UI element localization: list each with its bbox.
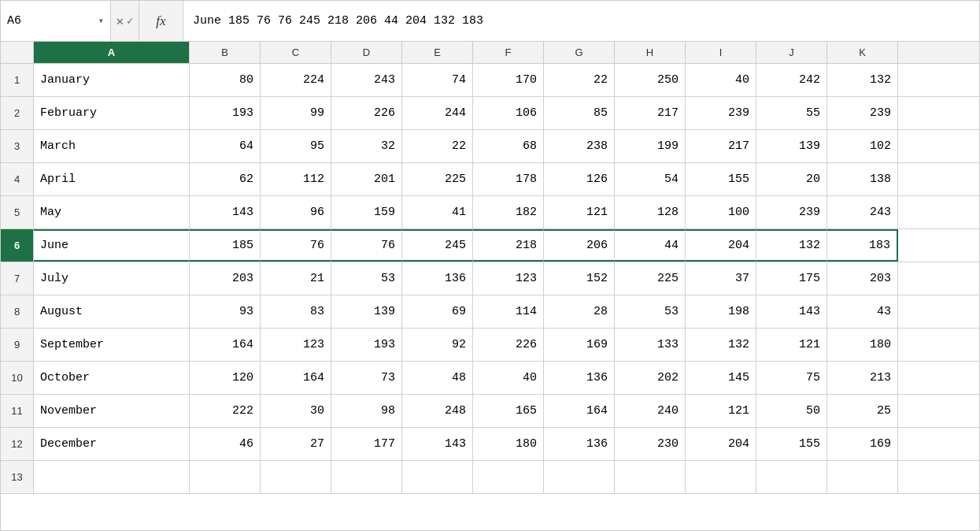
value-cell[interactable]: 76 — [261, 229, 331, 262]
value-cell[interactable]: 217 — [615, 97, 686, 129]
month-cell[interactable]: August — [34, 295, 190, 328]
cell-reference-box[interactable]: A6 ▾ — [1, 1, 111, 41]
value-cell[interactable]: 53 — [615, 295, 686, 328]
value-cell[interactable]: 139 — [331, 295, 402, 328]
value-cell[interactable]: 22 — [544, 64, 615, 96]
value-cell[interactable]: 180 — [473, 428, 544, 460]
value-cell[interactable]: 250 — [615, 64, 686, 96]
col-header-g[interactable]: G — [544, 42, 615, 63]
value-cell[interactable]: 226 — [473, 329, 544, 361]
value-cell[interactable]: 143 — [756, 295, 827, 328]
value-cell[interactable]: 201 — [331, 163, 402, 195]
value-cell[interactable]: 32 — [331, 130, 402, 162]
value-cell[interactable]: 99 — [261, 97, 331, 129]
value-cell[interactable]: 62 — [190, 163, 261, 195]
value-cell[interactable] — [756, 461, 827, 493]
table-row[interactable]: 5May1439615941182121128100239243 — [1, 196, 979, 229]
value-cell[interactable]: 83 — [261, 295, 331, 328]
value-cell[interactable]: 30 — [261, 395, 331, 427]
value-cell[interactable]: 133 — [615, 329, 686, 361]
value-cell[interactable]: 177 — [331, 428, 402, 460]
value-cell[interactable]: 21 — [261, 262, 331, 295]
value-cell[interactable]: 102 — [827, 130, 898, 162]
value-cell[interactable]: 159 — [331, 196, 402, 228]
value-cell[interactable]: 242 — [756, 64, 827, 96]
value-cell[interactable]: 204 — [686, 428, 756, 460]
col-header-k[interactable]: K — [827, 42, 898, 63]
value-cell[interactable]: 73 — [331, 362, 402, 394]
formula-content[interactable]: June 185 76 76 245 218 206 44 204 132 18… — [183, 1, 979, 41]
col-header-c[interactable]: C — [261, 42, 331, 63]
value-cell[interactable]: 226 — [331, 97, 402, 129]
value-cell[interactable]: 224 — [261, 64, 331, 96]
value-cell[interactable]: 93 — [190, 295, 261, 328]
table-row[interactable]: 7July203215313612315222537175203 — [1, 262, 979, 295]
value-cell[interactable]: 152 — [544, 262, 615, 295]
table-row[interactable]: 1January80224243741702225040242132 — [1, 64, 979, 97]
month-cell[interactable]: November — [34, 395, 190, 427]
col-header-a[interactable]: A — [34, 42, 190, 63]
value-cell[interactable]: 169 — [544, 329, 615, 361]
value-cell[interactable]: 239 — [686, 97, 756, 129]
value-cell[interactable]: 25 — [827, 395, 898, 427]
value-cell[interactable]: 193 — [331, 329, 402, 361]
value-cell[interactable]: 112 — [261, 163, 331, 195]
value-cell[interactable]: 138 — [827, 163, 898, 195]
value-cell[interactable]: 43 — [827, 295, 898, 328]
value-cell[interactable]: 95 — [261, 130, 331, 162]
month-cell[interactable]: September — [34, 329, 190, 361]
value-cell[interactable]: 136 — [544, 362, 615, 394]
value-cell[interactable]: 132 — [827, 64, 898, 96]
value-cell[interactable]: 53 — [331, 262, 402, 295]
value-cell[interactable]: 139 — [756, 130, 827, 162]
month-cell[interactable]: April — [34, 163, 190, 195]
value-cell[interactable]: 68 — [473, 130, 544, 162]
value-cell[interactable] — [402, 461, 473, 493]
cell-ref-dropdown-icon[interactable]: ▾ — [98, 15, 104, 27]
table-row[interactable]: 13 — [1, 461, 979, 494]
value-cell[interactable]: 132 — [756, 229, 827, 262]
value-cell[interactable]: 75 — [756, 362, 827, 394]
value-cell[interactable] — [615, 461, 686, 493]
value-cell[interactable]: 180 — [827, 329, 898, 361]
value-cell[interactable]: 193 — [190, 97, 261, 129]
value-cell[interactable]: 55 — [756, 97, 827, 129]
value-cell[interactable]: 243 — [827, 196, 898, 228]
col-header-h[interactable]: H — [615, 42, 686, 63]
value-cell[interactable]: 85 — [544, 97, 615, 129]
value-cell[interactable]: 37 — [686, 262, 756, 295]
value-cell[interactable]: 169 — [827, 428, 898, 460]
value-cell[interactable] — [190, 461, 261, 493]
value-cell[interactable]: 170 — [473, 64, 544, 96]
value-cell[interactable]: 54 — [615, 163, 686, 195]
value-cell[interactable]: 164 — [261, 362, 331, 394]
value-cell[interactable]: 143 — [190, 196, 261, 228]
value-cell[interactable]: 238 — [544, 130, 615, 162]
value-cell[interactable] — [686, 461, 756, 493]
value-cell[interactable]: 136 — [402, 262, 473, 295]
value-cell[interactable]: 175 — [756, 262, 827, 295]
value-cell[interactable]: 126 — [544, 163, 615, 195]
value-cell[interactable]: 218 — [473, 229, 544, 262]
value-cell[interactable]: 248 — [402, 395, 473, 427]
value-cell[interactable]: 80 — [190, 64, 261, 96]
value-cell[interactable]: 128 — [615, 196, 686, 228]
value-cell[interactable]: 239 — [756, 196, 827, 228]
month-cell[interactable]: May — [34, 196, 190, 228]
value-cell[interactable]: 74 — [402, 64, 473, 96]
value-cell[interactable]: 136 — [544, 428, 615, 460]
value-cell[interactable]: 183 — [827, 229, 898, 262]
value-cell[interactable]: 46 — [190, 428, 261, 460]
value-cell[interactable]: 123 — [473, 262, 544, 295]
value-cell[interactable]: 222 — [190, 395, 261, 427]
month-cell[interactable]: March — [34, 130, 190, 162]
value-cell[interactable]: 199 — [615, 130, 686, 162]
cancel-formula-icon[interactable]: ✕ — [116, 13, 124, 29]
value-cell[interactable]: 230 — [615, 428, 686, 460]
value-cell[interactable]: 164 — [190, 329, 261, 361]
value-cell[interactable]: 182 — [473, 196, 544, 228]
value-cell[interactable]: 100 — [686, 196, 756, 228]
value-cell[interactable]: 121 — [686, 395, 756, 427]
table-row[interactable]: 12December4627177143180136230204155169 — [1, 428, 979, 461]
value-cell[interactable] — [544, 461, 615, 493]
